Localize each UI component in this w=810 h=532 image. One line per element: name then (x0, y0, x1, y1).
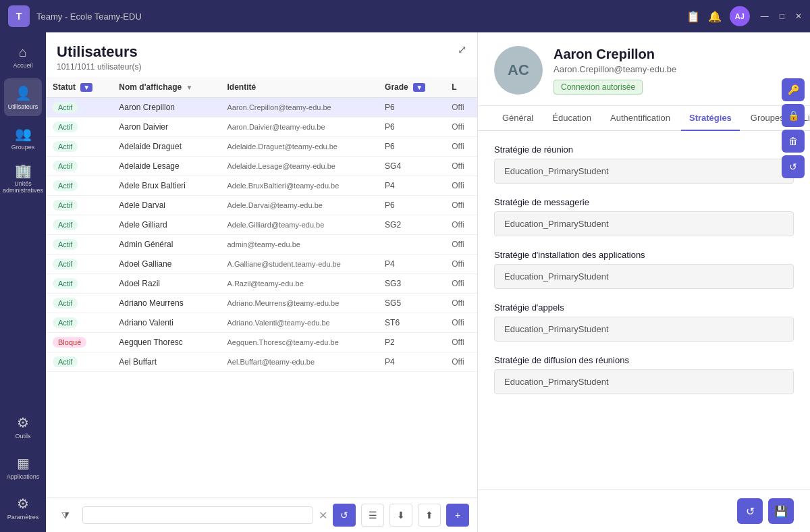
statut-filter[interactable]: ▼ (80, 83, 92, 92)
cell-identite: Adelaide.Draguet@teamy-edu.be (220, 137, 378, 157)
detail-panel: 🔑 🔒 🗑 ↺ AC Aaron Crepillon Aaron.Crepill… (478, 32, 810, 532)
status-badge: Actif (53, 317, 78, 328)
users-table: Statut ▼ Nom d'affichage ▼ Identité Grad… (46, 77, 477, 372)
lock-button[interactable]: 🔒 (782, 104, 805, 127)
building-icon: 🏢 (15, 163, 32, 179)
grade-filter[interactable]: ▼ (413, 83, 425, 92)
table-row[interactable]: Bloqué Aegquen Thoresc Aegquen.Thoresc@t… (46, 333, 477, 352)
cell-nom: Adele Gilliard (112, 215, 220, 235)
list-view-button[interactable]: ☰ (361, 504, 384, 527)
cell-nom: Admin Général (112, 235, 220, 255)
cell-nom: Adele Darvai (112, 196, 220, 215)
key-button[interactable]: 🔑 (782, 78, 805, 101)
users-count: 1011/1011 utilisateur(s) (57, 62, 141, 72)
cell-licence: Offi (445, 98, 477, 117)
table-row[interactable]: Actif Adele Gilliard Adele.Gilliard@team… (46, 215, 477, 235)
sidebar-label-outils: Outils (15, 433, 30, 440)
user-avatar-title[interactable]: AJ (730, 6, 750, 26)
filter-button[interactable]: ⧩ (54, 504, 77, 527)
tab-education[interactable]: Éducation (544, 106, 599, 131)
reset-button[interactable]: ↺ (782, 155, 805, 178)
sidebar-item-parametres[interactable]: ⚙ Paramètres (4, 489, 42, 527)
expand-button[interactable]: ⤢ (458, 43, 466, 56)
cell-identite: Adele.BruxBaltieri@teamy-edu.be (220, 176, 378, 196)
strategy-label-messagerie: Stratégie de messagerie (494, 197, 794, 207)
table-row[interactable]: Actif Adelaide Lesage Adelaide.Lesage@te… (46, 157, 477, 176)
cell-grade: SG3 (378, 274, 445, 294)
download-button[interactable]: ⬇ (389, 504, 412, 527)
cell-licence: Offi (445, 196, 477, 215)
table-row[interactable]: Actif Adoel Galliane A.Galliane@student.… (46, 255, 477, 274)
status-badge: Actif (53, 219, 78, 230)
user-avatar: AC (494, 46, 543, 95)
strategy-label-applications: Stratégie d'installation des application… (494, 250, 794, 260)
home-icon: ⌂ (19, 45, 27, 60)
cell-licence: Offi (445, 294, 477, 313)
table-row[interactable]: Actif Adele Darvai Adele.Darvai@teamy-ed… (46, 196, 477, 215)
sidebar-item-accueil[interactable]: ⌂ Accueil (4, 38, 42, 76)
table-row[interactable]: Actif Adriano Meurrens Adriano.Meurrens@… (46, 294, 477, 313)
cell-identite: Aaron.Crepillon@teamy-edu.be (220, 98, 378, 117)
table-row[interactable]: Actif Adoel Razil A.Razil@teamy-edu.be S… (46, 274, 477, 294)
detail-refresh-button[interactable]: ↺ (737, 498, 763, 524)
sidebar-item-outils[interactable]: ⚙ Outils (4, 408, 42, 446)
status-badge: Actif (53, 200, 78, 211)
bell-icon[interactable]: 🔔 (708, 10, 722, 23)
cell-statut: Actif (46, 352, 112, 372)
cell-statut: Actif (46, 98, 112, 117)
clear-search-button[interactable]: ✕ (319, 509, 327, 522)
cell-identite: Ael.Buffart@teamy-edu.be (220, 352, 378, 372)
table-row[interactable]: Actif Aaron Daivier Aaron.Daivier@teamy-… (46, 117, 477, 137)
users-header-text: Utilisateurs 1011/1011 utilisateur(s) (57, 43, 141, 72)
add-user-button[interactable]: + (446, 504, 469, 527)
status-badge: Actif (53, 122, 78, 132)
app-logo: T (8, 5, 30, 27)
table-header-row: Statut ▼ Nom d'affichage ▼ Identité Grad… (46, 77, 477, 98)
sidebar-item-applications[interactable]: ▦ Applications (4, 448, 42, 486)
minimize-button[interactable]: — (761, 11, 769, 21)
cell-statut: Actif (46, 255, 112, 274)
strategy-value-diffusion: Education_PrimaryStudent (494, 369, 794, 394)
table-row[interactable]: Actif Ael Buffart Ael.Buffart@teamy-edu.… (46, 352, 477, 372)
sidebar-item-unites[interactable]: 🏢 Unités administratives (4, 159, 42, 197)
cell-licence: Offi (445, 352, 477, 372)
cell-nom: Adele Brux Baltieri (112, 176, 220, 196)
delete-button[interactable]: 🗑 (782, 130, 805, 153)
sidebar-item-groupes[interactable]: 👥 Groupes (4, 119, 42, 157)
cell-statut: Actif (46, 137, 112, 157)
nom-sort-icon[interactable]: ▼ (186, 84, 193, 91)
detail-actions: ↺ 💾 (478, 489, 810, 532)
refresh-button[interactable]: ↺ (333, 504, 356, 527)
cell-grade: P6 (378, 117, 445, 137)
sidebar-item-utilisateurs[interactable]: 👤 Utilisateurs (4, 78, 42, 116)
table-row[interactable]: Actif Adelaide Draguet Adelaide.Draguet@… (46, 137, 477, 157)
table-row[interactable]: Actif Adele Brux Baltieri Adele.BruxBalt… (46, 176, 477, 196)
users-table-container: Statut ▼ Nom d'affichage ▼ Identité Grad… (46, 77, 477, 498)
status-badge: Actif (53, 141, 78, 152)
strategy-value-applications: Education_PrimaryStudent (494, 264, 794, 289)
status-badge: Actif (53, 239, 78, 250)
import-button[interactable]: ⬆ (418, 504, 441, 527)
cell-nom: Adriano Valenti (112, 313, 220, 333)
search-input[interactable] (82, 506, 313, 524)
table-row[interactable]: Actif Adriano Valenti Adriano.Valenti@te… (46, 313, 477, 333)
table-row[interactable]: Actif Aaron Crepillon Aaron.Crepillon@te… (46, 98, 477, 117)
cell-licence: Offi (445, 255, 477, 274)
users-table-body: Actif Aaron Crepillon Aaron.Crepillon@te… (46, 98, 477, 372)
cell-statut: Actif (46, 313, 112, 333)
users-icon: 👤 (15, 85, 32, 101)
app-title: Teamy - Ecole Teamy-EDU (36, 11, 686, 22)
tab-strategies[interactable]: Stratégies (681, 106, 740, 131)
status-badge: Actif (53, 102, 78, 113)
detail-save-button[interactable]: 💾 (768, 498, 794, 524)
tab-general[interactable]: Général (494, 106, 541, 131)
col-identite: Identité (220, 77, 378, 98)
close-button[interactable]: ✕ (795, 11, 802, 21)
cell-statut: Bloqué (46, 333, 112, 352)
clipboard-icon[interactable]: 📋 (686, 10, 700, 23)
tab-authentification[interactable]: Authentification (602, 106, 678, 131)
table-row[interactable]: Actif Admin Général admin@teamy-edu.be O… (46, 235, 477, 255)
cell-nom: Adriano Meurrens (112, 294, 220, 313)
tools-icon: ⚙ (17, 415, 29, 431)
maximize-button[interactable]: □ (780, 11, 784, 21)
